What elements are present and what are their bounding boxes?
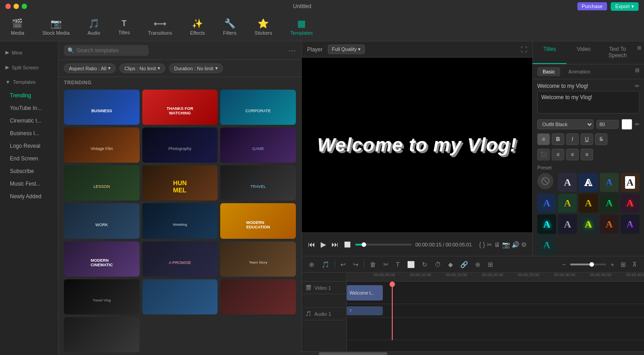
add-audio-button[interactable]: 🎵 [320, 260, 331, 269]
zoom-out-button[interactable]: − [560, 260, 567, 269]
crop-button[interactable]: ⬜ [343, 241, 352, 249]
sidebar-templates-header[interactable]: ▼ Templates [5, 77, 53, 86]
horizontal-scrollbar[interactable] [302, 351, 644, 355]
align-left-btn[interactable]: ≡ [537, 133, 550, 145]
add-media-button[interactable]: ⊕ [307, 260, 316, 269]
preset-11[interactable]: A [558, 214, 577, 233]
template-item-17[interactable]: 00:17 [142, 279, 218, 314]
play-button[interactable]: ▶ [320, 239, 327, 250]
text-align-right-btn[interactable]: ≡ [566, 149, 579, 160]
text-button[interactable]: T [394, 260, 402, 269]
toolbar-templates[interactable]: ▦ Templates [286, 16, 316, 37]
settings-icon[interactable]: ⚙ [521, 241, 527, 248]
clone-button[interactable]: ⊞ [486, 260, 495, 269]
toolbar-transitions[interactable]: ⟷ Transitions [145, 16, 176, 37]
undo-button[interactable]: ↩ [339, 260, 348, 269]
sidebar-item-trending[interactable]: Trending [3, 90, 55, 101]
title-clip[interactable]: T [347, 306, 383, 315]
strikethrough-btn[interactable]: S̶ [595, 133, 608, 145]
toolbar-effects[interactable]: ✨ Effects [186, 16, 209, 37]
template-item-8[interactable]: HUNMEL 00:07 Characters Appearing... [142, 165, 218, 200]
tab-video[interactable]: Video [567, 41, 600, 64]
template-item-15[interactable]: Team Story Company Story [220, 241, 296, 277]
toolbar-audio[interactable]: 🎵 Audio [84, 16, 104, 37]
toolbar-filters[interactable]: 🔧 Filters [219, 16, 240, 37]
cut-button[interactable]: ✂ [381, 260, 390, 269]
toolbar-stock[interactable]: 📷 Stock Media [39, 16, 73, 37]
bracket-right-icon[interactable]: } [483, 241, 485, 248]
tab-titles[interactable]: Titles [533, 41, 567, 64]
underline-btn[interactable]: U [581, 133, 593, 145]
template-item-19[interactable]: 00:05 [64, 317, 140, 352]
preset-13[interactable]: A [600, 214, 619, 233]
fullscreen-icon[interactable]: ⛶ [521, 46, 527, 53]
zoom-in-button[interactable]: + [609, 260, 616, 269]
template-item-5[interactable]: Photography 00:07 Imaging Product Intro.… [142, 127, 218, 163]
video-clip[interactable]: Welcome t... [347, 285, 383, 300]
sidebar-split-header[interactable]: ▶ Split Screen [5, 63, 53, 72]
expand-button[interactable]: ⊼ [630, 260, 639, 269]
template-item-2[interactable]: THANKS FORWATCHING 00:05 Subscribe Now [142, 90, 218, 125]
zoom-bar[interactable] [570, 264, 606, 265]
progress-bar[interactable] [355, 244, 412, 246]
timer-button[interactable]: ⏱ [433, 260, 443, 269]
forward-button[interactable]: ⏭ [331, 240, 340, 250]
minimize-dot[interactable] [14, 4, 19, 9]
template-item-16[interactable]: Travel Vlog 00:55 My Travel Vlog... [64, 279, 140, 314]
mark-button[interactable]: ◆ [446, 260, 455, 269]
preset-3[interactable]: A [600, 173, 619, 192]
playhead[interactable] [392, 282, 393, 340]
italic-btn[interactable]: I [566, 133, 579, 145]
preset-15[interactable]: A [537, 236, 556, 255]
subtab-animation[interactable]: Animation [563, 67, 596, 76]
preset-2[interactable]: A [579, 173, 598, 192]
aspect-ratio-filter[interactable]: Aspect Ratio : All ▾ [64, 64, 116, 73]
preset-4[interactable]: A [621, 173, 639, 192]
sidebar-item-logo[interactable]: Logo Reveal [3, 140, 55, 152]
toolbar-media[interactable]: 🎬 Media [7, 16, 28, 37]
text-align-center-btn[interactable]: ≡ [552, 149, 564, 160]
sidebar-item-youtube[interactable]: YouTube In... [3, 102, 55, 114]
layout-icon[interactable]: ⊞ [635, 67, 639, 76]
bracket-left-icon[interactable]: { [479, 241, 481, 248]
volume-icon[interactable]: 🔊 [512, 241, 519, 248]
preset-6[interactable]: A [558, 194, 577, 213]
template-item-7[interactable]: LESSON 00:23 Education Promo 05 [64, 165, 140, 200]
clips-filter[interactable]: Clips : No limit ▾ [119, 64, 165, 73]
sidebar-item-business[interactable]: Business I... [3, 127, 55, 139]
delete-button[interactable]: 🗑 [368, 260, 378, 269]
font-size-input[interactable] [596, 120, 619, 129]
search-input[interactable] [64, 45, 149, 56]
toolbar-titles[interactable]: T Titles [115, 17, 134, 37]
sidebar-item-endscreen[interactable]: End Screen [3, 153, 55, 164]
cut-icon[interactable]: ✂ [487, 241, 492, 248]
rect-button[interactable]: ⬜ [405, 260, 417, 269]
rewind-button[interactable]: ⏮ [307, 240, 316, 250]
duration-filter[interactable]: Duration : No limit ▾ [169, 64, 222, 73]
toolbar-stickers[interactable]: ⭐ Stickers [251, 16, 276, 37]
grid-button[interactable]: ⊞ [619, 260, 628, 269]
maximize-dot[interactable] [22, 4, 27, 9]
template-item-10[interactable]: WORK 00:05 Presentation Of Fina... [64, 203, 140, 238]
preset-9[interactable]: A [621, 194, 639, 213]
template-item-4[interactable]: Vintage Film 00:12 Vintage Film Slidesho… [64, 127, 140, 163]
preset-14[interactable]: A [621, 214, 639, 233]
sidebar-item-cinematic[interactable]: Cinematic I... [3, 115, 55, 127]
preset-none[interactable] [537, 173, 553, 189]
sidebar-mine-header[interactable]: ▶ Mine [5, 48, 53, 57]
edit-icon[interactable]: ✏ [635, 83, 639, 89]
preset-8[interactable]: A [600, 194, 619, 213]
template-item-12[interactable]: MODERNEDUCATION 00:38 Modern Education [220, 203, 296, 238]
template-item-9[interactable]: TRAVEL 00:05 Cinematic Travel Sho... [220, 165, 296, 200]
link-button[interactable]: 🔗 [458, 260, 470, 269]
monitor-icon[interactable]: 🖥 [494, 241, 500, 248]
template-item-11[interactable]: Wedding 00:35 Wedding Scene Docu... [142, 203, 218, 238]
redo-button[interactable]: ↪ [351, 260, 360, 269]
tab-tts[interactable]: Text To Speech [601, 41, 635, 64]
subtab-basic[interactable]: Basic [537, 67, 560, 76]
sidebar-item-music[interactable]: Music Fest... [3, 178, 55, 190]
rotate-button[interactable]: ↻ [420, 260, 429, 269]
preset-5[interactable]: A [537, 194, 556, 213]
preset-10[interactable]: A [537, 214, 556, 233]
quality-selector[interactable]: Full Quality ▾ [328, 45, 365, 54]
